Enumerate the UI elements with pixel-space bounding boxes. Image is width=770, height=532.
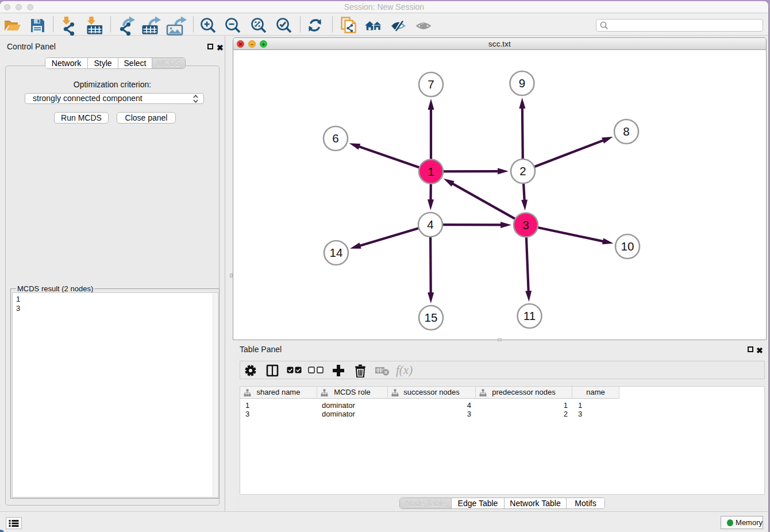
svg-text:8: 8 [623, 125, 629, 138]
svg-text:15: 15 [425, 311, 438, 324]
svg-text:2: 2 [519, 164, 526, 178]
svg-text:1: 1 [428, 165, 434, 178]
svg-text:11: 11 [523, 309, 536, 322]
svg-text:3: 3 [522, 218, 529, 232]
svg-text:14: 14 [330, 246, 343, 259]
svg-text:4: 4 [427, 218, 433, 231]
svg-text:6: 6 [332, 132, 338, 145]
svg-text:10: 10 [621, 240, 634, 253]
svg-text:9: 9 [519, 76, 525, 90]
svg-text:7: 7 [428, 78, 434, 91]
